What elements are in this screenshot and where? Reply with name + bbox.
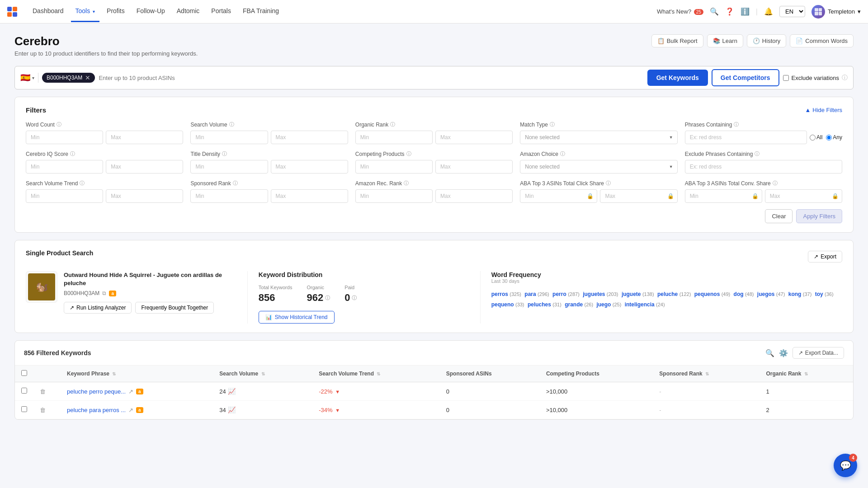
phrases-any-radio[interactable]: Any xyxy=(826,134,842,141)
organic-rank-min-input[interactable] xyxy=(355,131,433,144)
delete-row-icon[interactable]: 🗑 xyxy=(40,388,46,395)
freq-word-text[interactable]: pequeno xyxy=(491,301,514,308)
delete-row-icon[interactable]: 🗑 xyxy=(40,407,46,413)
aba-click-max-input[interactable] xyxy=(600,189,677,203)
run-listing-analyzer-button[interactable]: ↗ Run Listing Analyzer xyxy=(64,302,132,314)
learn-button[interactable]: 📚 Learn xyxy=(707,34,743,47)
country-selector[interactable]: 🇪🇸 ▾ xyxy=(20,73,38,83)
organic-rank-max-input[interactable] xyxy=(435,131,513,144)
competing-products-min-input[interactable] xyxy=(355,160,433,174)
nav-fba-training[interactable]: FBA Training xyxy=(238,1,283,22)
freq-word-text[interactable]: toy xyxy=(815,291,823,297)
whats-new-button[interactable]: What's New? 25 xyxy=(657,8,703,15)
search-volume-column-header[interactable]: Search Volume ⇅ xyxy=(213,366,312,382)
phrases-all-radio[interactable]: All xyxy=(810,134,822,141)
amazon-choice-select[interactable]: None selected xyxy=(520,160,677,174)
search-volume-min-input[interactable] xyxy=(190,131,268,144)
asin-search-input[interactable] xyxy=(99,75,643,81)
copy-asin-icon[interactable]: ⧉ xyxy=(102,290,106,296)
cerebro-iq-min-input[interactable] xyxy=(26,160,103,174)
phrase-external-link-icon[interactable]: ↗ xyxy=(128,388,133,395)
common-words-button[interactable]: 📄 Common Words xyxy=(790,34,854,47)
freq-word-text[interactable]: para xyxy=(524,291,536,297)
search-icon[interactable]: 🔍 xyxy=(710,7,719,16)
keyword-phrase-link[interactable]: peluche perro peque... xyxy=(67,388,126,395)
match-type-select[interactable]: None selected xyxy=(520,131,677,144)
nav-adtomic[interactable]: Adtomic xyxy=(172,1,204,22)
phrase-external-link-icon[interactable]: ↗ xyxy=(128,407,133,413)
nav-portals[interactable]: Portals xyxy=(207,1,236,22)
keyword-phrase-link[interactable]: peluche para perros ... xyxy=(67,407,126,413)
cerebro-iq-max-input[interactable] xyxy=(106,160,183,174)
freq-word-text[interactable]: inteligencia xyxy=(625,301,655,308)
row-checkbox[interactable] xyxy=(21,388,27,394)
trend-chart-icon[interactable]: 📈 xyxy=(228,406,236,413)
freq-word-text[interactable]: peluche xyxy=(657,291,678,297)
nav-followup[interactable]: Follow-Up xyxy=(132,1,170,22)
frequently-bought-together-button[interactable]: Frequently Bought Together xyxy=(135,302,214,314)
nav-tools[interactable]: Tools ▾ xyxy=(71,1,100,22)
clear-filters-button[interactable]: Clear xyxy=(765,209,793,223)
get-competitors-button[interactable]: Get Competitors xyxy=(712,69,779,86)
info-icon[interactable]: ℹ️ xyxy=(741,7,750,16)
sponsored-rank-max-input[interactable] xyxy=(271,189,348,203)
show-historical-trend-button[interactable]: 📊 Show Historical Trend xyxy=(259,311,335,324)
sponsored-asins-value: 0 xyxy=(446,407,449,413)
freq-word-text[interactable]: juguete xyxy=(622,291,641,297)
amazon-rec-rank-min-input[interactable] xyxy=(355,189,433,203)
sv-trend-max-input[interactable] xyxy=(106,189,183,203)
select-all-checkbox[interactable] xyxy=(21,370,27,376)
amazon-rec-rank-max-input[interactable] xyxy=(435,189,513,203)
get-keywords-button[interactable]: Get Keywords xyxy=(647,70,708,86)
phrases-containing-input[interactable] xyxy=(685,131,807,144)
freq-word-text[interactable]: grande xyxy=(565,301,583,308)
freq-word-text[interactable]: juegos xyxy=(757,291,775,297)
help-icon[interactable]: ❓ xyxy=(725,7,734,16)
freq-word-text[interactable]: juguetes xyxy=(583,291,605,297)
notifications-icon[interactable]: 🔔 xyxy=(764,7,773,16)
sv-trend-column-header[interactable]: Search Volume Trend ⇅ xyxy=(312,366,440,382)
organic-rank-column-header[interactable]: Organic Rank ⇅ xyxy=(760,366,854,382)
exclude-phrases-input[interactable] xyxy=(685,160,842,174)
export-button[interactable]: ↗ Export xyxy=(808,251,842,263)
sponsored-rank-min-input[interactable] xyxy=(190,189,268,203)
nav-dashboard[interactable]: Dashboard xyxy=(28,1,68,22)
table-settings-icon[interactable]: ⚙️ xyxy=(779,349,788,357)
exclude-variations-checkbox[interactable]: Exclude variations ⓘ xyxy=(783,74,848,82)
sv-trend-min-input[interactable] xyxy=(26,189,103,203)
aba-conv-min-input[interactable] xyxy=(685,189,762,203)
row-checkbox[interactable] xyxy=(21,406,27,412)
hide-filters-button[interactable]: ▲ Hide Filters xyxy=(805,107,842,113)
nav-profits[interactable]: Profits xyxy=(102,1,129,22)
word-count-min-input[interactable] xyxy=(26,131,103,144)
product-content: 🐿️ Outward Hound Hide A Squirrel - Jugue… xyxy=(26,271,842,324)
keyword-phrase-column-header[interactable]: Keyword Phrase ⇅ xyxy=(61,366,213,382)
word-count-max-input[interactable] xyxy=(106,131,183,144)
user-menu-button[interactable]: Templeton ▾ xyxy=(811,5,861,19)
competing-products-max-input[interactable] xyxy=(435,160,513,174)
search-volume-max-input[interactable] xyxy=(271,131,348,144)
sponsored-rank-column-header[interactable]: Sponsored Rank ⇅ xyxy=(653,366,760,382)
logo[interactable] xyxy=(7,7,17,17)
freq-word-text[interactable]: peluches xyxy=(528,301,551,308)
aba-conv-max-input[interactable] xyxy=(765,189,842,203)
history-button[interactable]: 🕐 History xyxy=(747,34,786,47)
title-density-max-input[interactable] xyxy=(271,160,348,174)
freq-word-text[interactable]: dog xyxy=(734,291,744,297)
freq-word-text[interactable]: juego xyxy=(596,301,611,308)
export-data-button[interactable]: ↗ Export Data... xyxy=(793,347,844,359)
freq-word-text[interactable]: perros xyxy=(491,291,508,297)
keyword-dist-title: Keyword Distribution xyxy=(259,271,469,278)
freq-word-text[interactable]: perro xyxy=(552,291,566,297)
freq-word-text[interactable]: pequenos xyxy=(694,291,720,297)
language-selector[interactable]: EN xyxy=(779,6,805,17)
phrase-amazon-badge: a xyxy=(136,407,143,413)
bulk-report-button[interactable]: 📋 Bulk Report xyxy=(651,34,703,47)
title-density-min-input[interactable] xyxy=(190,160,268,174)
freq-word-text[interactable]: kong xyxy=(788,291,802,297)
apply-filters-button[interactable]: Apply Filters xyxy=(796,209,842,223)
aba-click-min-input[interactable] xyxy=(520,189,597,203)
table-search-icon[interactable]: 🔍 xyxy=(765,349,774,357)
remove-asin-button[interactable]: ✕ xyxy=(85,74,90,81)
trend-chart-icon[interactable]: 📈 xyxy=(228,388,236,395)
